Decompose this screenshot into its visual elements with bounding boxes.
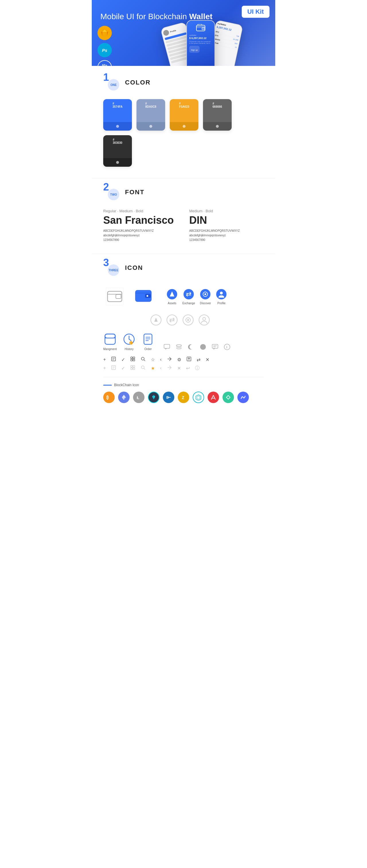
svg-rect-12	[108, 291, 122, 302]
svg-line-63	[144, 360, 145, 361]
swatch-blue: #3574FA	[103, 99, 132, 131]
eth-coin	[118, 392, 130, 403]
management-icon-box: Mangment	[103, 333, 117, 351]
svg-rect-59	[133, 357, 135, 359]
redo-faded-icon: ↩	[186, 366, 190, 371]
svg-point-40	[129, 341, 133, 345]
svg-rect-13	[116, 294, 121, 299]
wallet-filled-icon	[132, 284, 155, 309]
svg-text:₿: ₿	[106, 395, 109, 400]
chevron-left-faded-icon: ‹	[160, 366, 162, 371]
svg-rect-61	[133, 359, 135, 361]
search-faded-icon	[140, 365, 146, 371]
misc-icons-row: i	[163, 343, 231, 351]
section-number-1: 1 ONE	[103, 74, 119, 91]
crypto-coins-row: ₿ Ł D	[103, 392, 264, 403]
assets-icon-box: Assets	[166, 288, 178, 305]
svg-rect-49	[212, 344, 218, 348]
management-icon	[104, 333, 117, 346]
svg-rect-58	[131, 357, 133, 359]
history-icon: !	[122, 333, 136, 346]
nav-icons-row: Assets Exchange Discover	[166, 288, 227, 305]
close2-faded-icon: ✕	[177, 366, 181, 371]
color-section: 1 ONE COLOR #3574FA #8DA0C8 #F5A623	[92, 66, 275, 173]
profile-icon	[216, 288, 227, 300]
qr-icon	[130, 356, 135, 363]
phones-mockup: Profile	[161, 11, 275, 66]
svg-point-27	[220, 291, 223, 294]
swatch-dark: #303030	[103, 135, 132, 167]
history-icon-box: ! History	[122, 333, 136, 351]
blockchain-line-decoration	[103, 385, 112, 385]
icon-section: 3 THREE ICON	[92, 260, 275, 417]
plus-faded-icon: +	[103, 366, 106, 371]
svg-marker-29	[154, 318, 158, 322]
svg-text:Z: Z	[182, 395, 185, 400]
svg-line-75	[144, 368, 145, 370]
icon-section-header: 3 THREE ICON	[103, 260, 264, 276]
svg-rect-37	[105, 334, 115, 338]
color-swatches: #3574FA #8DA0C8 #F5A623 #666666	[103, 99, 264, 167]
assets-icon	[166, 288, 178, 300]
svg-text:!: !	[130, 342, 131, 345]
ltc-coin: Ł	[133, 392, 144, 403]
speech-icon	[211, 343, 219, 351]
ark-coin	[207, 392, 219, 403]
hero-badges: Ps 60+Screens	[97, 26, 112, 66]
svg-rect-6	[202, 28, 205, 30]
order-icon-box: Order	[141, 333, 154, 351]
color-section-header: 1 ONE COLOR	[103, 74, 264, 91]
wallet-icon	[196, 24, 205, 32]
svg-marker-85	[196, 395, 201, 401]
font-section-header: 2 TWO FONT	[103, 184, 264, 200]
swatch-orange: #F5A623	[170, 99, 198, 131]
circle-icon	[199, 343, 207, 351]
svg-point-47	[176, 345, 181, 346]
assets-ghost-icon	[150, 314, 162, 326]
order-icon	[141, 333, 154, 346]
swatch-steel: #8DA0C8	[137, 99, 165, 131]
font-sf: Regular · Medium · Bold San Francisco AB…	[103, 209, 178, 242]
star-icon: ☆	[151, 357, 155, 362]
svg-rect-70	[131, 366, 133, 367]
discover-icon	[200, 288, 211, 300]
kyber-coin	[223, 392, 234, 403]
exchange-icon	[183, 288, 194, 300]
discover-icon-box: Discover	[200, 288, 211, 305]
dash-coin: D	[163, 392, 174, 403]
blockchain-label: BlockChain Icon	[103, 383, 264, 387]
swatch-gray: #666666	[203, 99, 232, 131]
band-coin	[237, 392, 249, 403]
svg-point-62	[141, 357, 144, 360]
sketch-badge	[97, 26, 112, 40]
svg-marker-77	[122, 395, 126, 398]
tab-icons-row: Mangment ! History Order	[103, 333, 264, 351]
svg-point-48	[200, 344, 206, 350]
close-icon: ✕	[205, 357, 209, 362]
svg-rect-46	[164, 344, 170, 348]
btc-coin: ₿	[103, 392, 115, 403]
upload-icon	[186, 356, 192, 363]
check-faded-icon: ✓	[121, 366, 125, 371]
utility-icons-active-row: + ✓ ☆ ‹	[103, 356, 264, 363]
layers-icon	[175, 343, 182, 351]
svg-text:Ł: Ł	[137, 395, 139, 400]
svg-rect-71	[133, 366, 135, 367]
svg-point-35	[203, 317, 205, 320]
hero-section: Mobile UI for Blockchain Wallet UI Kit P…	[92, 0, 275, 66]
svg-text:i: i	[227, 345, 227, 349]
svg-marker-86	[197, 396, 200, 399]
grid-coin	[193, 392, 204, 403]
gear-icon: ⚙	[177, 357, 181, 362]
plus-icon: +	[103, 357, 106, 362]
main-icons-row: Assets Exchange Discover	[103, 284, 264, 326]
sketch-icon	[101, 29, 109, 37]
phone-center: myWallet $ 6,297,502.12 Character may be…	[186, 20, 215, 66]
swap-icon: ⇄	[197, 357, 200, 362]
chevron-left-icon: ‹	[160, 357, 162, 362]
svg-rect-73	[133, 368, 135, 370]
ghost-icons-row	[150, 314, 210, 326]
font-din: Medium · Bold DIN ABCDEFGHIJKLMNOPQRSTUV…	[189, 209, 264, 242]
svg-point-74	[141, 366, 144, 369]
screens-badge: 60+Screens	[97, 60, 112, 66]
